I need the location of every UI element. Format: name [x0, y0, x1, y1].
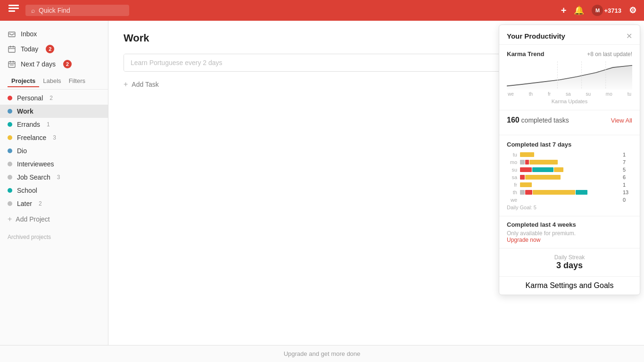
- tab-projects[interactable]: Projects: [8, 75, 39, 87]
- karma-chart: [507, 61, 632, 90]
- tab-labels[interactable]: Labels: [39, 75, 65, 87]
- project-label: Freelance: [17, 134, 46, 141]
- bar-num: 1: [623, 182, 632, 188]
- sidebar-project-school[interactable]: School: [0, 184, 108, 197]
- bar-day-label: sa: [507, 174, 517, 180]
- nav-right: + 🔔 M +3713 ⚙: [561, 5, 636, 16]
- sidebar-project-later[interactable]: Later 2: [0, 197, 108, 210]
- project-label: Personal: [17, 94, 43, 102]
- inbox-label: Inbox: [21, 30, 37, 38]
- next7-badge: 2: [63, 60, 72, 68]
- karma-trend-label: Karma Trend: [507, 50, 544, 58]
- completed-last4-title: Completed last 4 weeks: [507, 221, 632, 228]
- notifications-icon[interactable]: 🔔: [574, 5, 584, 16]
- sidebar-tabs: Projects Labels Filters: [0, 72, 108, 90]
- close-panel-button[interactable]: ✕: [626, 32, 632, 41]
- karma-score: +3713: [604, 7, 621, 14]
- sidebar-project-dio[interactable]: Dio: [0, 144, 108, 157]
- bar-segment: [525, 190, 532, 195]
- project-dot: [8, 148, 12, 153]
- project-label: Errands: [17, 121, 40, 128]
- add-task-icon[interactable]: +: [561, 5, 567, 16]
- sidebar-project-personal[interactable]: Personal 2: [0, 91, 108, 105]
- completed-last4-section: Completed last 4 weeks Only available fo…: [499, 216, 640, 248]
- bar-track: [520, 152, 620, 157]
- sidebar-project-jobsearch[interactable]: Job Search 3: [0, 171, 108, 184]
- karma-update: +8 on last update!: [587, 51, 632, 58]
- karma-badge[interactable]: M +3713: [592, 5, 621, 16]
- app-logo[interactable]: [8, 3, 20, 18]
- project-label: School: [17, 187, 37, 194]
- svg-rect-3: [8, 32, 15, 37]
- svg-rect-0: [8, 5, 19, 6]
- productivity-panel: Your Productivity ✕ Karma Trend +8 on la…: [499, 25, 640, 295]
- bar-segment: [554, 167, 563, 172]
- project-label: Interviewees: [17, 160, 54, 168]
- project-label: Job Search: [17, 173, 50, 181]
- sidebar-project-errands[interactable]: Errands 1: [0, 118, 108, 131]
- project-label: Dio: [17, 147, 27, 155]
- sidebar-project-freelance[interactable]: Freelance 3: [0, 131, 108, 144]
- bar-segment: [532, 167, 553, 172]
- panel-header: Your Productivity ✕: [499, 25, 640, 45]
- sidebar-item-next7[interactable]: Next 7 days 2: [0, 57, 108, 72]
- bar-segment: [520, 182, 532, 187]
- next7-label: Next 7 days: [21, 60, 56, 68]
- project-count: 3: [53, 134, 56, 141]
- sidebar: Inbox Today 2 Next 7 days 2 Projects Lab…: [0, 21, 108, 345]
- project-dot: [8, 188, 12, 193]
- streak-label: Daily Streak: [507, 254, 632, 261]
- bar-num: 0: [623, 197, 632, 203]
- sidebar-project-interviewees[interactable]: Interviewees: [0, 157, 108, 171]
- karma-settings-link[interactable]: Karma Settings and Goals: [526, 281, 614, 289]
- footer-bar: Upgrade and get more done: [0, 345, 644, 362]
- task-input[interactable]: [124, 54, 550, 71]
- sidebar-project-work[interactable]: Work: [0, 105, 108, 118]
- search-bar[interactable]: ⌕ Quick Find: [25, 5, 129, 16]
- project-dot: [8, 201, 12, 206]
- settings-icon[interactable]: ⚙: [629, 5, 636, 16]
- bar-track: [520, 197, 620, 202]
- completed-tasks-section: 160 completed tasks View All: [499, 110, 640, 135]
- next7-icon: [8, 60, 16, 68]
- bar-segment: [525, 175, 561, 180]
- top-nav: ⌕ Quick Find + 🔔 M +3713 ⚙: [0, 0, 644, 21]
- svg-rect-2: [8, 10, 15, 12]
- add-project-button[interactable]: + Add Project: [0, 212, 108, 226]
- tab-filters[interactable]: Filters: [65, 75, 89, 87]
- bar-num: 7: [623, 159, 632, 165]
- bar-segment: [525, 160, 529, 165]
- today-badge: 2: [46, 45, 54, 53]
- bar-day-label: we: [507, 197, 517, 203]
- chart-sublabel: Karma Updates: [507, 99, 632, 104]
- project-label: Work: [17, 107, 33, 115]
- view-all-button[interactable]: View All: [611, 117, 632, 124]
- upgrade-link[interactable]: Upgrade now: [507, 237, 632, 243]
- sidebar-item-inbox[interactable]: Inbox: [0, 26, 108, 41]
- add-project-icon: +: [8, 215, 12, 223]
- chart-labels: wethfrsasumotu: [507, 91, 632, 97]
- add-project-label: Add Project: [16, 215, 50, 223]
- bar-row-mo: mo 7: [507, 159, 632, 165]
- daily-goal: Daily Goal: 5: [507, 205, 632, 210]
- bar-day-label: tu: [507, 152, 517, 157]
- bar-num: 6: [623, 174, 632, 180]
- svg-rect-1: [8, 8, 19, 9]
- bar-row-tu: tu 1: [507, 152, 632, 157]
- add-task-link-label: Add Task: [132, 81, 158, 88]
- sidebar-item-today[interactable]: Today 2: [0, 41, 108, 57]
- bar-chart: tu 1 mo 7 su 5 sa 6 fr 1 th 13 we 0: [507, 152, 632, 203]
- project-label: Later: [17, 200, 32, 207]
- project-dot: [8, 162, 12, 166]
- today-icon: [8, 45, 16, 53]
- bar-day-label: mo: [507, 159, 517, 165]
- bar-segment: [533, 190, 575, 195]
- project-dot: [8, 109, 12, 114]
- add-task-link-icon: +: [124, 80, 128, 89]
- bar-row-fr: fr 1: [507, 182, 632, 188]
- premium-note: Only available for premium.: [507, 230, 632, 237]
- karma-trend-header: Karma Trend +8 on last update!: [507, 50, 632, 58]
- project-count: 1: [47, 121, 50, 128]
- completed-count: 160 completed tasks: [507, 116, 569, 124]
- today-label: Today: [21, 45, 38, 53]
